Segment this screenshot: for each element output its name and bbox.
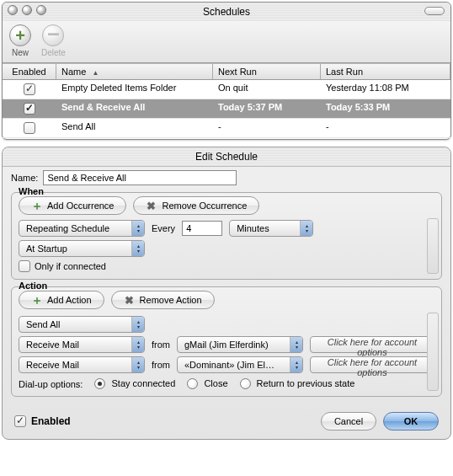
action-verb-label: Send All [26,319,60,329]
enabled-label: Enabled [31,415,71,427]
radio-icon [187,378,198,389]
dialup-label: Dial-up options: [19,379,83,389]
new-button[interactable]: + New [9,24,31,57]
table-row[interactable]: Send All-- [3,119,450,138]
remove-occurrence-label: Remove Occurrence [162,201,247,211]
col-last-run[interactable]: Last Run [321,64,450,79]
schedules-window: Schedules + New – Delete Enabled Name ▲ … [2,2,451,140]
toolbar: + New – Delete [3,21,450,63]
minimize-icon[interactable] [22,5,32,15]
action-verb-popup[interactable]: Receive Mail [19,336,145,353]
dialup-stay-radio[interactable]: Stay connected [94,378,175,389]
name-label: Name: [11,173,38,183]
titlebar: Schedules [3,3,450,21]
row-enabled-checkbox[interactable] [24,122,35,134]
row-enabled-checkbox[interactable] [24,103,35,115]
when-scrollbar[interactable] [427,218,439,274]
schedule-name-input[interactable] [43,170,237,185]
table-header: Enabled Name ▲ Next Run Last Run [3,63,450,80]
account-label: «Dominant» (Jim El… [184,360,274,370]
table-row[interactable]: Empty Deleted Items FolderOn quitYesterd… [3,80,450,99]
chevrons-icon [290,337,302,352]
from-label: from [152,340,170,350]
dialup-close-label: Close [204,378,227,388]
toolbar-toggle-button[interactable] [424,7,445,15]
table-row[interactable]: Send & Receive AllToday 5:37 PMToday 5:3… [3,99,450,119]
every-label: Every [152,223,175,233]
col-next-run[interactable]: Next Run [213,64,321,79]
action-verb-popup[interactable]: Send All [19,316,145,333]
ok-label: OK [404,416,418,426]
x-icon: ✖ [124,295,135,306]
add-occurrence-button[interactable]: ＋ Add Occurrence [19,196,126,215]
zoom-icon[interactable] [36,5,46,15]
account-popup[interactable]: gMail (Jim Elferdink) [177,336,303,353]
at-startup-label: At Startup [26,243,67,254]
panel-footer: Enabled Cancel OK [3,404,450,432]
row-name: Empty Deleted Items Folder [56,80,213,99]
action-row: Send All [19,316,434,333]
at-startup-popup[interactable]: At Startup [19,240,145,257]
close-icon[interactable] [8,5,18,15]
chevrons-icon [131,357,144,372]
minus-icon: – [47,22,59,44]
every-unit-popup[interactable]: Minutes [229,220,313,237]
cancel-button[interactable]: Cancel [321,412,376,431]
every-value-input[interactable] [182,221,222,236]
account-options-button[interactable]: Click here for account options [310,336,434,353]
row-name: Send All [56,119,213,137]
action-scrollbar[interactable] [427,313,439,391]
add-action-label: Add Action [47,295,92,305]
dialup-return-label: Return to previous state [257,378,355,388]
enabled-checkbox[interactable] [14,415,26,427]
chevrons-icon [300,221,312,236]
action-verb-popup[interactable]: Receive Mail [19,356,145,373]
window-controls [8,5,46,15]
new-label: New [9,48,31,57]
add-action-button[interactable]: ＋ Add Action [19,291,104,309]
col-enabled[interactable]: Enabled [3,64,56,79]
radio-icon [240,378,251,389]
col-name-label: Name [61,67,86,77]
radio-icon [94,378,105,389]
row-last-run: Today 5:33 PM [321,99,450,118]
dialup-return-radio[interactable]: Return to previous state [240,378,355,389]
ok-button[interactable]: OK [383,412,439,431]
action-group-label: Action [17,281,49,291]
remove-occurrence-button[interactable]: ✖ Remove Occurrence [133,196,259,215]
sort-asc-icon: ▲ [92,69,99,77]
edit-schedule-panel: Edit Schedule Name: When ＋ Add Occurrenc… [2,147,451,440]
plus-icon: ＋ [31,295,42,306]
action-group: Action ＋ Add Action ✖ Remove Action Send… [11,286,442,397]
col-name[interactable]: Name ▲ [56,64,213,79]
from-label: from [152,360,170,370]
row-enabled-checkbox[interactable] [24,83,35,95]
delete-button[interactable]: – Delete [41,24,66,57]
account-options-button[interactable]: Click here for account options [310,356,434,373]
remove-action-label: Remove Action [140,295,202,305]
when-group-label: When [17,186,45,196]
row-next-run: - [213,119,321,137]
action-verb-label: Receive Mail [26,360,79,370]
remove-action-button[interactable]: ✖ Remove Action [111,291,215,309]
schedule-table: Empty Deleted Items FolderOn quitYesterd… [3,80,450,139]
repeating-schedule-popup[interactable]: Repeating Schedule [19,220,145,237]
row-next-run: On quit [213,80,321,99]
chevrons-icon [131,221,144,236]
only-if-connected-checkbox[interactable] [19,260,30,272]
window-title: Schedules [203,6,250,18]
x-icon: ✖ [146,201,157,211]
account-label: gMail (Jim Elferdink) [184,340,269,350]
chevrons-icon [290,357,302,372]
row-last-run: Yesterday 11:08 PM [321,80,450,99]
delete-label: Delete [41,48,66,57]
account-popup[interactable]: «Dominant» (Jim El… [177,356,303,373]
dialup-close-radio[interactable]: Close [187,378,227,389]
row-name: Send & Receive All [56,99,213,118]
only-if-connected-label: Only if connected [35,261,106,271]
plus-icon: + [15,27,25,44]
repeating-schedule-label: Repeating Schedule [26,223,109,233]
dialup-stay-label: Stay connected [112,378,176,388]
plus-icon: ＋ [31,201,42,211]
panel-title: Edit Schedule [3,147,450,167]
